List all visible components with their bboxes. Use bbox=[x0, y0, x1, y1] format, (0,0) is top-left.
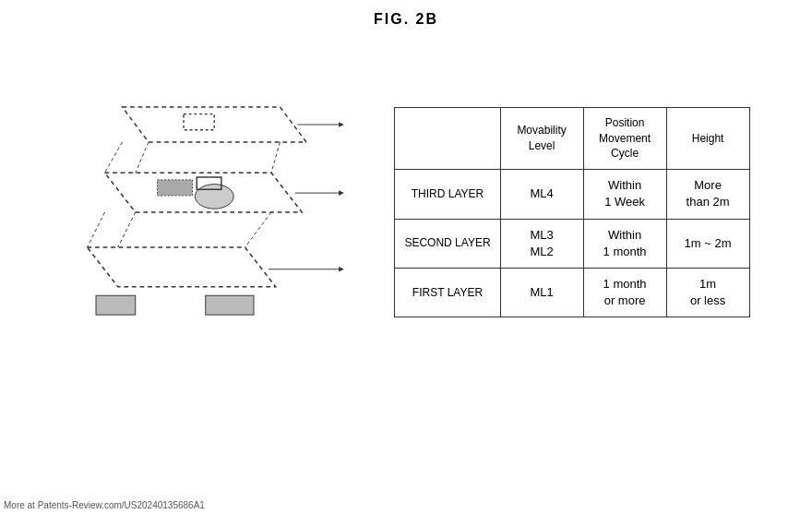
header-position-cycle: PositionMovementCycle bbox=[583, 107, 666, 169]
height-1m-2m: 1m ~ 2m bbox=[666, 219, 749, 268]
header-height: Height bbox=[666, 107, 749, 169]
svg-line-12 bbox=[105, 142, 123, 173]
height-more-2m: Morethan 2m bbox=[666, 170, 749, 219]
svg-line-16 bbox=[118, 212, 136, 247]
svg-line-17 bbox=[245, 212, 272, 247]
page-title: FIG. 2B bbox=[0, 0, 812, 28]
diagram-area bbox=[62, 37, 376, 388]
header-movability: MovabilityLevel bbox=[500, 107, 583, 169]
svg-rect-10 bbox=[206, 295, 254, 315]
movability-ml4: ML4 bbox=[500, 170, 583, 219]
svg-point-5 bbox=[196, 185, 234, 209]
svg-marker-8 bbox=[88, 247, 276, 287]
layer-third: THIRD LAYER bbox=[395, 170, 500, 219]
table-row: THIRD LAYER ML4 Within1 Week Morethan 2m bbox=[395, 170, 749, 219]
svg-rect-4 bbox=[158, 180, 193, 196]
data-table: MovabilityLevel PositionMovementCycle He… bbox=[394, 107, 749, 318]
table-row: FIRST LAYER ML1 1 monthor more 1mor less bbox=[395, 268, 749, 317]
footer-text: More at Patents-Review.com/US20240135686… bbox=[4, 500, 205, 510]
movability-ml3-ml2: ML3ML2 bbox=[500, 219, 583, 268]
cycle-within-week: Within1 Week bbox=[583, 170, 666, 219]
svg-rect-9 bbox=[96, 295, 136, 315]
height-1m-or-less: 1mor less bbox=[666, 268, 749, 317]
cycle-within-month: Within1 month bbox=[583, 219, 666, 268]
layer-first: FIRST LAYER bbox=[395, 268, 500, 317]
table-row: SECOND LAYER ML3ML2 Within1 month 1m ~ 2… bbox=[395, 219, 749, 268]
svg-line-14 bbox=[271, 142, 281, 173]
table-header-row: MovabilityLevel PositionMovementCycle He… bbox=[395, 107, 749, 169]
cycle-1-month-or-more: 1 monthor more bbox=[583, 268, 666, 317]
movability-ml1: ML1 bbox=[500, 268, 583, 317]
svg-marker-0 bbox=[123, 107, 307, 142]
svg-rect-1 bbox=[184, 114, 214, 130]
header-empty bbox=[395, 107, 500, 169]
layer-second: SECOND LAYER bbox=[395, 219, 500, 268]
svg-line-13 bbox=[136, 142, 149, 173]
svg-line-15 bbox=[88, 212, 105, 247]
